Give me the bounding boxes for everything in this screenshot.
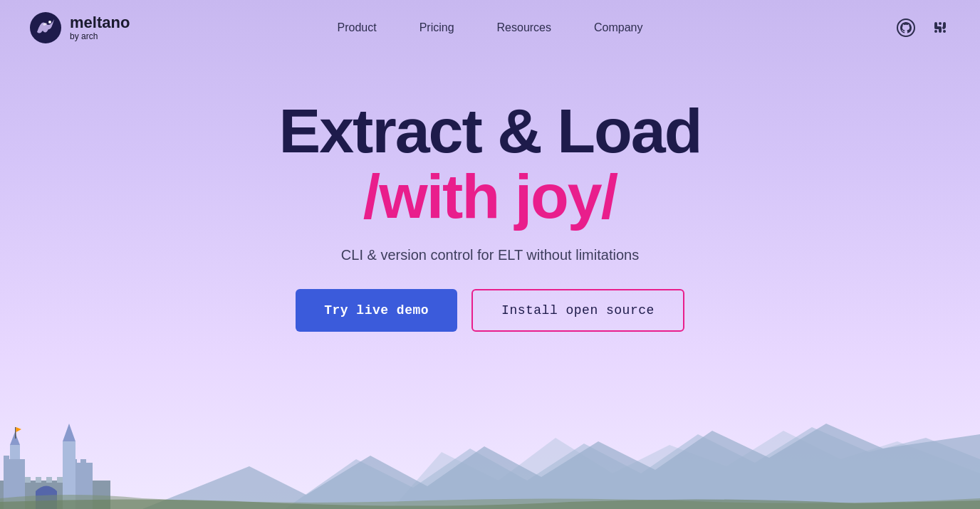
navbar: meltano by arch Product Pricing Resource… bbox=[0, 0, 980, 56]
svg-marker-19 bbox=[63, 424, 75, 441]
brand-name: meltano bbox=[70, 14, 130, 31]
navbar-right bbox=[895, 16, 952, 39]
svg-rect-25 bbox=[36, 477, 41, 483]
svg-point-2 bbox=[897, 19, 914, 36]
navbar-left: meltano by arch bbox=[28, 11, 130, 45]
slack-icon[interactable] bbox=[929, 16, 952, 39]
hero-joy-text: with joy bbox=[379, 161, 601, 231]
hero-title-line1: Extract & Load bbox=[278, 98, 701, 164]
svg-marker-23 bbox=[16, 427, 22, 432]
brand-sub: by arch bbox=[70, 31, 130, 41]
svg-rect-17 bbox=[80, 459, 86, 468]
hero-buttons: Try live demo Install open source bbox=[296, 289, 684, 332]
nav-product[interactable]: Product bbox=[318, 16, 395, 40]
github-icon[interactable] bbox=[895, 16, 917, 39]
svg-rect-4 bbox=[934, 30, 937, 33]
svg-rect-13 bbox=[4, 456, 9, 464]
install-open-source-button[interactable]: Install open source bbox=[471, 289, 684, 332]
slash-right: / bbox=[601, 161, 617, 231]
logo-text: meltano by arch bbox=[70, 14, 130, 41]
navbar-center: Product Pricing Resources Company bbox=[318, 16, 661, 40]
nav-pricing[interactable]: Pricing bbox=[401, 16, 473, 40]
logo-link[interactable]: meltano by arch bbox=[28, 11, 130, 45]
svg-rect-9 bbox=[934, 26, 941, 29]
hero-title-line2: /with joy/ bbox=[278, 164, 701, 229]
svg-rect-22 bbox=[15, 427, 16, 439]
hero-section: Extract & Load /with joy/ CLI & version … bbox=[0, 56, 980, 360]
logo-icon bbox=[28, 11, 63, 45]
svg-rect-27 bbox=[57, 477, 63, 483]
svg-rect-24 bbox=[25, 477, 31, 483]
hero-title: Extract & Load /with joy/ bbox=[278, 98, 701, 230]
svg-rect-5 bbox=[939, 22, 942, 25]
svg-rect-26 bbox=[46, 477, 52, 483]
hero-subtitle: CLI & version control for ELT without li… bbox=[341, 247, 639, 263]
slash-left: / bbox=[363, 161, 379, 231]
svg-point-1 bbox=[48, 21, 51, 23]
nav-resources[interactable]: Resources bbox=[479, 16, 570, 40]
svg-rect-20 bbox=[10, 445, 20, 459]
nav-company[interactable]: Company bbox=[575, 16, 661, 40]
svg-rect-8 bbox=[943, 30, 946, 33]
svg-rect-10 bbox=[942, 26, 945, 29]
try-demo-button[interactable]: Try live demo bbox=[296, 289, 457, 332]
bottom-illustration bbox=[0, 381, 980, 509]
